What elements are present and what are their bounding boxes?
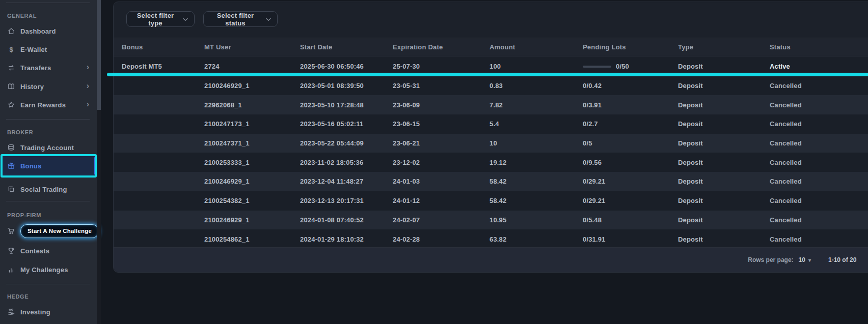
pending-lots-value: 0/50 (616, 63, 629, 70)
table-row[interactable]: 2100253333_12023-11-02 18:05:3623-12-021… (114, 153, 868, 172)
cell-start-date: 2024-01-29 18:10:32 (300, 235, 393, 243)
pending-lots-value: 0/29.21 (583, 197, 605, 204)
cell-type: Deposit (678, 63, 770, 70)
sidebar-divider (6, 3, 90, 3)
cell-type: Deposit (678, 82, 770, 90)
cell-mt-user: 2100254862_1 (204, 235, 300, 243)
cell-expiration-date: 23-05-31 (393, 82, 490, 90)
table-row[interactable]: 2100254862_12024-01-29 18:10:3224-02-286… (114, 229, 868, 249)
sidebar-section-title: PROP-FIRM (7, 212, 41, 218)
table-row[interactable]: 2100254382_12023-12-13 20:17:3124-01-125… (114, 191, 868, 211)
table-row[interactable]: 2100246929_12023-05-01 08:39:5023-05-310… (114, 76, 868, 96)
pending-lots-value: 0/29.21 (583, 178, 605, 185)
cell-type: Deposit (678, 159, 770, 166)
cell-type: Deposit (678, 178, 770, 185)
cell-status: Cancelled (770, 101, 868, 109)
table-pagination: Rows per page: 10 ▾ 1-10 of 20 | (114, 247, 868, 272)
sidebar-item-e-wallet[interactable]: $E-Wallet (0, 39, 97, 60)
cell-mt-user: 2724 (204, 63, 300, 70)
column-header-type: Type (678, 43, 770, 51)
start-new-challenge-button[interactable]: Start A New Challenge (20, 224, 99, 238)
pending-lots-value: 0/31.91 (583, 235, 605, 243)
sidebar-scrollbar-thumb[interactable] (97, 0, 101, 110)
cell-amount: 63.82 (490, 235, 583, 243)
table-row[interactable]: 22962068_12023-05-10 17:28:4823-06-097.8… (114, 95, 868, 114)
cell-expiration-date: 24-02-07 (393, 216, 490, 224)
copy-icon (7, 185, 15, 193)
column-header-status: Status (770, 43, 868, 51)
column-header-bonus: Bonus (122, 43, 204, 51)
filter-status-dropdown[interactable]: Select filter status (203, 11, 278, 27)
table-row[interactable]: 2100247173_12023-05-16 05:02:1123-06-155… (114, 114, 868, 134)
cell-status: Cancelled (770, 216, 868, 224)
pending-lots-value: 0/2.7 (583, 120, 598, 128)
cell-pending-lots: 0/29.21 (583, 197, 678, 204)
pagination-range: 1-10 of 20 (828, 256, 856, 263)
cell-pending-lots: 0/31.91 (583, 235, 678, 243)
sidebar-item-social-trading[interactable]: Social Trading (0, 179, 97, 199)
app-root: GENERALDashboard$E-WalletTransfers›Histo… (0, 0, 868, 324)
sidebar-item-my-challenges[interactable]: My Challenges (0, 259, 97, 280)
column-header-expiration-date: Expiration Date (393, 43, 490, 51)
sidebar-section-title: BROKER (7, 129, 33, 135)
trophy-icon (7, 247, 15, 255)
cell-mt-user: 2100254382_1 (204, 197, 300, 204)
cell-type: Deposit (678, 139, 770, 147)
cell-status: Cancelled (770, 197, 868, 204)
filter-type-dropdown[interactable]: Select filter type (126, 11, 195, 27)
table-row[interactable]: 2100246929_12023-12-04 11:48:2724-01-035… (114, 172, 868, 191)
cell-amount: 0.83 (490, 82, 583, 90)
sidebar-item-label: Contests (20, 247, 49, 255)
chevron-right-icon: › (87, 81, 89, 91)
cell-status: Cancelled (770, 235, 868, 243)
table-row[interactable]: 2100246929_12024-01-08 07:40:5224-02-071… (114, 211, 868, 230)
sidebar-item-transfers[interactable]: Transfers› (0, 57, 97, 78)
rows-per-page-label: Rows per page: (748, 256, 793, 263)
sidebar-item-history[interactable]: History› (0, 76, 97, 97)
cell-start-date: 2024-01-08 07:40:52 (300, 216, 393, 224)
cell-mt-user: 2100246929_1 (204, 178, 300, 185)
sidebar-section-title: HEDGE (7, 293, 29, 300)
cell-amount: 7.82 (490, 101, 583, 109)
svg-text:$: $ (9, 46, 13, 53)
rows-per-page-select[interactable]: 10 ▾ (799, 256, 811, 263)
cell-status: Cancelled (770, 178, 868, 185)
sidebar-item-start-a-new-challenge[interactable]: Start A New Challenge (0, 221, 97, 241)
coin-stack-icon (7, 143, 15, 152)
sidebar-item-earn-rewards[interactable]: Earn Rewards› (0, 95, 97, 115)
sidebar-item-investing[interactable]: Investing (0, 302, 97, 322)
cell-expiration-date: 23-06-21 (393, 139, 490, 147)
cell-status: Cancelled (770, 139, 868, 147)
chevron-right-icon: › (87, 100, 89, 109)
pending-lots-value: 0/9.56 (583, 159, 602, 166)
pending-lots-value: 0/5.48 (583, 216, 602, 224)
cell-start-date: 2023-12-04 11:48:27 (300, 178, 393, 185)
table-row[interactable]: 2100247371_12023-05-22 05:44:0923-06-211… (114, 134, 868, 153)
sidebar-item-contests[interactable]: Contests (0, 241, 97, 261)
filter-status-label: Select filter status (210, 12, 261, 27)
cell-pending-lots: 0/5 (583, 139, 678, 147)
cell-pending-lots: 0/50 (583, 63, 678, 70)
chevron-down-icon (183, 18, 188, 21)
sidebar-item-dashboard[interactable]: Dashboard (0, 21, 97, 41)
bonus-table-panel: Select filter type Select filter status … (113, 2, 868, 273)
cell-amount: 100 (490, 63, 583, 70)
annotation-highlight-underline (107, 73, 868, 76)
sidebar-item-label: Social Trading (20, 186, 67, 193)
pending-lots-progress-bar (583, 66, 611, 68)
cell-mt-user: 2100247173_1 (204, 120, 300, 128)
caret-down-icon: ▾ (808, 257, 811, 263)
cell-mt-user: 2100253333_1 (204, 159, 300, 166)
pending-lots-value: 0/5 (583, 139, 592, 147)
cell-type: Deposit (678, 120, 770, 128)
cell-expiration-date: 25-07-30 (393, 63, 490, 70)
open-book-icon (7, 82, 15, 91)
cart-icon (7, 227, 15, 235)
column-header-mt-user: MT User (204, 43, 300, 51)
chevron-right-icon: › (87, 63, 89, 72)
cell-expiration-date: 24-01-03 (393, 178, 490, 185)
cell-mt-user: 22962068_1 (204, 101, 300, 109)
transfer-arrows-icon (7, 64, 15, 72)
pending-lots-value: 0/3.91 (583, 101, 602, 109)
cell-pending-lots: 0/5.48 (583, 216, 678, 224)
